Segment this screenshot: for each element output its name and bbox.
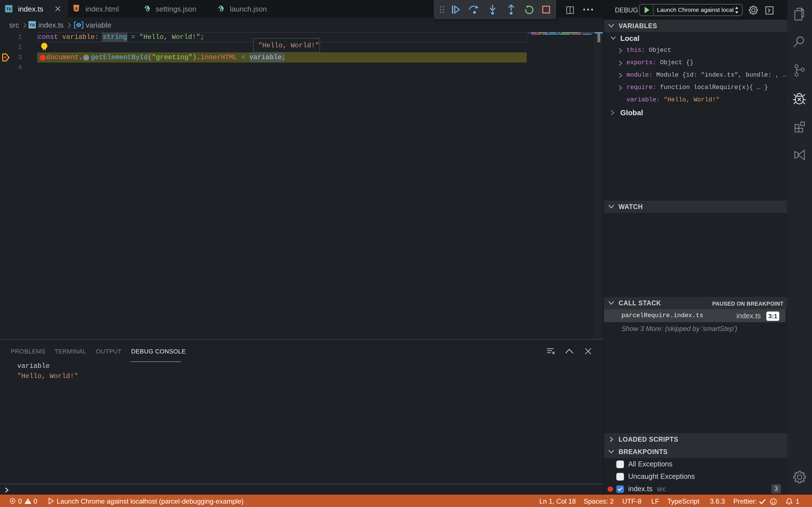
svg-text:5: 5 bbox=[75, 6, 77, 11]
